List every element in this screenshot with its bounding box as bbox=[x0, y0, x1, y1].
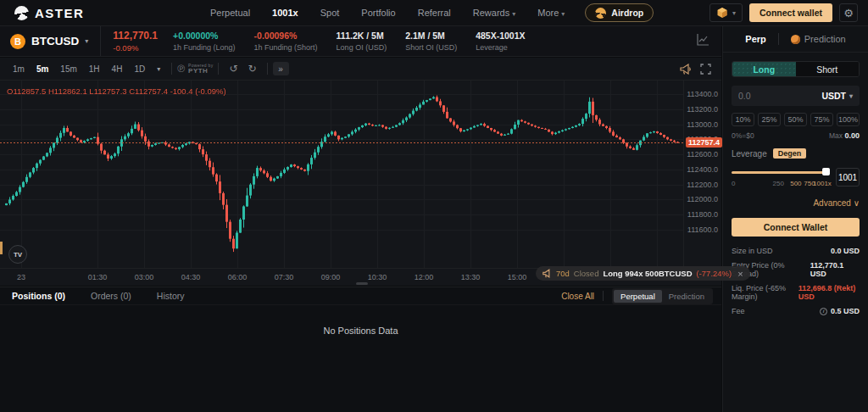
amount-box: USDT ▾ bbox=[732, 86, 860, 106]
time-axis-label: 07:30 bbox=[275, 273, 294, 281]
close-all-button[interactable]: Close All bbox=[561, 292, 594, 301]
topnav-right: ▾ Connect wallet ⚙ bbox=[709, 3, 868, 22]
tab-positions[interactable]: Positions (0) bbox=[12, 291, 65, 301]
timeframe-5m[interactable]: 5m bbox=[31, 64, 54, 74]
pair-bar: B BTCUSD ▾ 112,770.1 -0.09% +0.00000% 1h… bbox=[0, 26, 721, 57]
undo-icon[interactable]: ↺ bbox=[224, 63, 242, 75]
chart-scrollbar[interactable] bbox=[356, 282, 368, 285]
price-change: -0.09% bbox=[113, 43, 158, 53]
trade-panel: Perp Prediction Long Short USDT ▾ 10% bbox=[722, 26, 868, 412]
long-button[interactable]: Long bbox=[732, 62, 796, 76]
bitcoin-icon: B bbox=[10, 34, 25, 49]
nav-item-spot[interactable]: Spot bbox=[320, 8, 340, 18]
connect-wallet-button[interactable]: Connect wallet bbox=[749, 3, 832, 22]
percent-75-button[interactable]: 75% bbox=[810, 113, 833, 126]
expand-toolbar-icon[interactable]: » bbox=[273, 62, 289, 75]
time-axis-label: 15:00 bbox=[508, 273, 527, 281]
pyth-logo[interactable]: ℗ Powered by PYTH bbox=[177, 63, 213, 75]
timeframe-1d[interactable]: 1D bbox=[128, 64, 151, 74]
percent-25-button[interactable]: 25% bbox=[758, 113, 781, 126]
chevron-down-icon: ▾ bbox=[85, 37, 88, 45]
time-axis-label: 06:00 bbox=[228, 273, 248, 281]
price-axis-label: 111800.0 bbox=[687, 210, 718, 219]
positions-tabs: Positions (0) Orders (0) History Close A… bbox=[0, 287, 721, 305]
stat-leverage: 485X-1001X Leverage bbox=[476, 31, 525, 52]
divider bbox=[267, 63, 268, 75]
nav-item-more[interactable]: More▾ bbox=[537, 8, 565, 18]
stat-long-oi: 111.2K / 5M Long OI (USD) bbox=[337, 31, 387, 52]
mode-prediction[interactable]: Prediction bbox=[662, 290, 711, 303]
tab-orders[interactable]: Orders (0) bbox=[91, 291, 131, 301]
timeframe-more-chevron-icon[interactable]: ▾ bbox=[151, 65, 166, 73]
percent-100-button[interactable]: 100% bbox=[837, 113, 860, 126]
slider-handle[interactable] bbox=[822, 168, 830, 175]
zero-value: 0%=$0 bbox=[732, 131, 754, 140]
timeframe-15m[interactable]: 15m bbox=[54, 64, 82, 74]
percent-50-button[interactable]: 50% bbox=[784, 113, 807, 126]
price-chart[interactable]: O112857.5 H112862.1 L112757.3 C112757.4 … bbox=[0, 81, 721, 286]
megaphone-icon[interactable] bbox=[680, 64, 692, 75]
network-select[interactable]: ▾ bbox=[709, 3, 743, 22]
close-icon[interactable]: × bbox=[737, 269, 743, 279]
drawing-toolbar-handle[interactable] bbox=[0, 242, 3, 254]
settings-gear-icon[interactable]: ⚙ bbox=[839, 3, 858, 22]
airdrop-button[interactable]: Airdrop bbox=[585, 3, 654, 22]
percent-buttons: 10% 25% 50% 75% 100% bbox=[732, 113, 860, 126]
positions-panel: Positions (0) Orders (0) History Close A… bbox=[0, 287, 721, 412]
stat-funding-long: +0.00000% 1h Funding (Long) bbox=[173, 31, 236, 52]
candlestick-canvas[interactable] bbox=[0, 81, 683, 268]
leverage-slider[interactable]: 0 250 500 750 1001x bbox=[732, 168, 829, 190]
info-row-liq: Liq. Price (-65% Margin) 112,696.8 (Rekt… bbox=[732, 284, 860, 301]
percent-10-button[interactable]: 10% bbox=[732, 113, 754, 126]
trade-toast[interactable]: 70d Closed Long 994x 500BTCUSD (-77.24%)… bbox=[536, 266, 750, 281]
nav-item-1001x[interactable]: 1001x bbox=[272, 8, 298, 18]
brand-name: ASTER bbox=[35, 6, 84, 20]
short-button[interactable]: Short bbox=[796, 62, 860, 76]
prediction-icon bbox=[791, 35, 800, 44]
mode-perpetual[interactable]: Perpetual bbox=[614, 290, 662, 303]
redo-icon[interactable]: ↻ bbox=[243, 63, 262, 75]
nav-item-perpetual[interactable]: Perpetual bbox=[210, 8, 250, 18]
airdrop-icon bbox=[595, 8, 606, 19]
toast-detail: Long 994x 500BTCUSD bbox=[603, 269, 692, 278]
leverage-value[interactable]: 1001 bbox=[836, 168, 860, 187]
price-axis-label: 111600.0 bbox=[687, 225, 718, 234]
time-axis-label: 10:30 bbox=[368, 273, 387, 281]
leverage-row: Leverage Degen bbox=[732, 148, 860, 159]
tab-prediction[interactable]: Prediction bbox=[791, 34, 846, 44]
order-info: Size in USD 0.0 USD Entry Price (0% Spre… bbox=[732, 247, 860, 315]
tab-history[interactable]: History bbox=[157, 291, 185, 301]
ohlc-legend: O112857.5 H112862.1 L112757.3 C112757.4 … bbox=[7, 86, 226, 96]
timeframe-1h[interactable]: 1H bbox=[83, 64, 106, 74]
currency-select[interactable]: USDT ▾ bbox=[821, 91, 853, 101]
price-axis-label: 112600.0 bbox=[687, 150, 718, 159]
nav-item-portfolio[interactable]: Portfolio bbox=[361, 8, 395, 18]
time-axis-label: 09:00 bbox=[321, 273, 341, 281]
tab-perp[interactable]: Perp bbox=[745, 34, 765, 44]
info-row-fee: Fee i 0.5 USD bbox=[732, 307, 860, 315]
toast-pnl: (-77.24%) bbox=[697, 269, 732, 278]
amount-input[interactable] bbox=[738, 91, 821, 101]
slider-track[interactable] bbox=[732, 171, 829, 174]
nav-item-rewards[interactable]: Rewards▾ bbox=[473, 8, 515, 18]
price-axis[interactable]: 113400.0113200.0113000.0112800.0112600.0… bbox=[683, 81, 721, 268]
chart-style-icon[interactable] bbox=[697, 33, 709, 49]
time-axis-label: 03:00 bbox=[135, 273, 154, 281]
advanced-toggle[interactable]: Advanced ∨ bbox=[732, 198, 860, 208]
price-axis-label: 113200.0 bbox=[687, 105, 718, 114]
fullscreen-icon[interactable] bbox=[700, 64, 711, 75]
last-price-tag: 112757.4 bbox=[686, 137, 722, 148]
nav-item-referral[interactable]: Referral bbox=[418, 8, 451, 18]
max-row: 0%=$0 Max 0.00 bbox=[732, 131, 860, 140]
timeframe-4h[interactable]: 4H bbox=[106, 64, 129, 74]
chevron-down-icon: ▾ bbox=[512, 10, 515, 18]
tradingview-logo-icon[interactable]: TV bbox=[8, 245, 27, 264]
mode-segment: Perpetual Prediction bbox=[612, 288, 713, 304]
network-cube-icon bbox=[716, 7, 728, 19]
price-axis-label: 112200.0 bbox=[687, 181, 718, 189]
timeframe-1m[interactable]: 1m bbox=[7, 64, 31, 74]
brand[interactable]: ASTER bbox=[0, 6, 195, 20]
pair-selector[interactable]: B BTCUSD ▾ bbox=[0, 26, 101, 56]
time-axis-label: 01:30 bbox=[88, 273, 108, 281]
connect-wallet-button-panel[interactable]: Connect Wallet bbox=[732, 218, 860, 237]
